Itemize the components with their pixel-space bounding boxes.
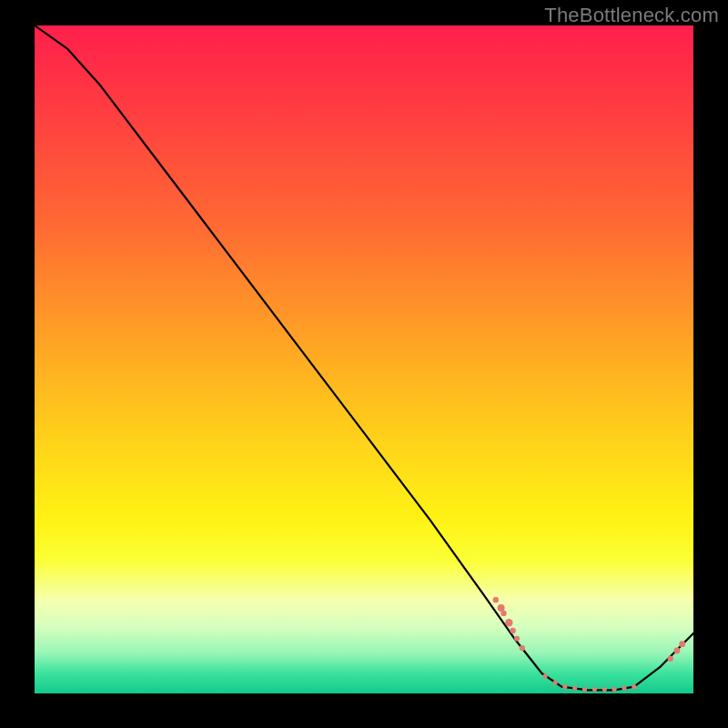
data-point	[632, 684, 636, 689]
data-point-group	[493, 597, 686, 692]
data-point	[500, 611, 506, 616]
data-point	[520, 645, 525, 651]
data-point	[505, 619, 512, 626]
plot-area	[35, 25, 693, 693]
data-point	[493, 597, 499, 602]
bottleneck-curve	[35, 25, 693, 690]
data-point	[674, 648, 681, 654]
data-point	[510, 628, 515, 633]
data-point	[514, 636, 520, 642]
data-point	[602, 687, 607, 692]
attribution-text: TheBottleneck.com	[544, 4, 719, 27]
data-point	[572, 686, 577, 691]
chart-frame: TheBottleneck.com	[0, 0, 728, 728]
data-point	[622, 686, 626, 691]
data-point	[668, 656, 673, 662]
data-point	[612, 687, 617, 692]
data-point	[552, 681, 557, 685]
curve-overlay	[35, 25, 693, 693]
data-point	[582, 687, 587, 692]
data-point	[592, 687, 597, 692]
data-point	[543, 673, 548, 678]
data-point	[562, 684, 567, 689]
data-point	[679, 641, 685, 647]
